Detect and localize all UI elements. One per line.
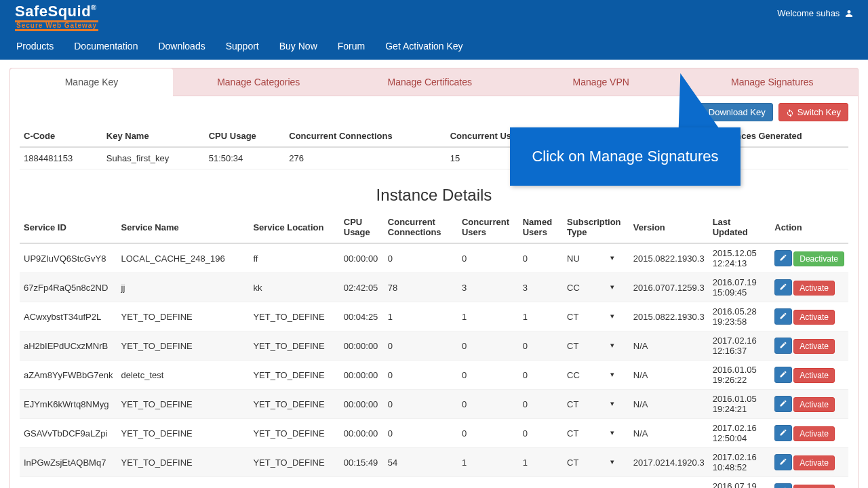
kh-cpu: CPU Usage bbox=[205, 125, 285, 147]
pencil-icon bbox=[779, 370, 787, 380]
instruction-callout: Click on Manage Signatures bbox=[510, 127, 741, 186]
pencil-icon bbox=[779, 428, 787, 439]
pencil-icon bbox=[779, 341, 787, 351]
activate-button[interactable]: Activate bbox=[793, 339, 835, 354]
table-row: GSAVvTbDCF9aLZpiYET_TO_DEFINEYET_TO_DEFI… bbox=[20, 419, 848, 448]
switch-icon bbox=[786, 108, 794, 117]
tab-manage-certificates[interactable]: Manage Certificates bbox=[344, 68, 516, 96]
nav-products[interactable]: Products bbox=[16, 41, 54, 52]
main-nav: Products Documentation Downloads Support… bbox=[15, 31, 853, 60]
table-row: InPGwZsjEtAQBMq7YET_TO_DEFINEYET_TO_DEFI… bbox=[20, 448, 848, 477]
topbar: SafeSquid® Secure Web Gateway Welcome su… bbox=[0, 0, 868, 60]
edit-button[interactable] bbox=[774, 425, 792, 441]
edit-button[interactable] bbox=[774, 338, 792, 354]
nav-documentation[interactable]: Documentation bbox=[74, 41, 138, 52]
subscription-type-dropdown[interactable]: CC bbox=[563, 273, 629, 302]
brand-reg: ® bbox=[91, 3, 97, 12]
pencil-icon bbox=[779, 458, 787, 468]
activate-button[interactable]: Activate bbox=[793, 310, 835, 325]
table-row: aH2bIEPdUCxzMNrBYET_TO_DEFINEYET_TO_DEFI… bbox=[20, 331, 848, 361]
edit-button[interactable] bbox=[774, 308, 792, 325]
activate-button[interactable]: Activate bbox=[793, 281, 835, 296]
brand-subtitle: Secure Web Gateway bbox=[15, 20, 98, 31]
activate-button[interactable]: Activate bbox=[793, 455, 835, 470]
deactivate-button[interactable]: Deactivate bbox=[793, 251, 844, 266]
table-row: JUKI7HLnsaykmh6TYET_TO_DEFINEYET_TO_DEFI… bbox=[20, 477, 848, 489]
table-row: aZAm8YyFWBbG7enkdeletc_testYET_TO_DEFINE… bbox=[20, 361, 848, 390]
pencil-icon bbox=[779, 312, 787, 322]
table-row: 67zFp4RaQ5n8c2NDjjkk02:42:057833CC2016.0… bbox=[20, 273, 848, 302]
activate-button[interactable]: Activate bbox=[793, 397, 835, 412]
subscription-type-dropdown[interactable]: CT bbox=[563, 390, 629, 419]
table-row: UP9ZIuVQ6StcGvY8LOCAL_CACHE_248_196ff00:… bbox=[20, 243, 848, 273]
logo: SafeSquid® Secure Web Gateway bbox=[15, 4, 98, 31]
pencil-icon bbox=[779, 253, 787, 264]
edit-button[interactable] bbox=[774, 279, 792, 296]
activate-button[interactable]: Activate bbox=[793, 426, 835, 441]
table-row: ACwxybstT34ufP2LYET_TO_DEFINEYET_TO_DEFI… bbox=[20, 302, 848, 331]
section-title: Instance Details bbox=[20, 186, 848, 205]
table-row: EJYmK6kWrtq8NMygYET_TO_DEFINEYET_TO_DEFI… bbox=[20, 390, 848, 419]
tab-manage-signatures[interactable]: Manage Signatures bbox=[687, 68, 859, 96]
pencil-icon bbox=[779, 283, 787, 293]
kh-cc: Concurrent Connections bbox=[285, 125, 446, 147]
edit-button[interactable] bbox=[774, 396, 792, 412]
nav-get-activation-key[interactable]: Get Activation Key bbox=[385, 41, 462, 52]
nav-support[interactable]: Support bbox=[226, 41, 259, 52]
instance-table: Service ID Service Name Service Location… bbox=[20, 211, 848, 488]
tab-row: Manage Key Manage Categories Manage Cert… bbox=[10, 68, 858, 96]
tab-manage-categories[interactable]: Manage Categories bbox=[173, 68, 344, 96]
subscription-type-dropdown[interactable]: CT bbox=[563, 477, 629, 489]
subscription-type-dropdown[interactable]: CT bbox=[563, 331, 629, 361]
pencil-icon bbox=[779, 399, 787, 409]
subscription-type-dropdown[interactable]: CT bbox=[563, 448, 629, 477]
switch-key-button[interactable]: Switch Key bbox=[778, 103, 848, 121]
subscription-type-dropdown[interactable]: CT bbox=[563, 419, 629, 448]
edit-button[interactable] bbox=[774, 367, 792, 383]
welcome-user[interactable]: Welcome suhas bbox=[777, 4, 853, 18]
subscription-type-dropdown[interactable]: NU bbox=[563, 243, 629, 273]
edit-button[interactable] bbox=[774, 250, 792, 266]
edit-button[interactable] bbox=[774, 483, 792, 488]
kh-ccode: C-Code bbox=[20, 125, 102, 147]
tab-manage-key[interactable]: Manage Key bbox=[10, 68, 173, 96]
nav-forum[interactable]: Forum bbox=[338, 41, 365, 52]
nav-buy-now[interactable]: Buy Now bbox=[279, 41, 317, 52]
subscription-type-dropdown[interactable]: CT bbox=[563, 302, 629, 331]
brand-title: SafeSquid bbox=[15, 3, 91, 20]
activate-button[interactable]: Activate bbox=[793, 485, 835, 489]
edit-button[interactable] bbox=[774, 454, 792, 470]
kh-keyname: Key Name bbox=[102, 125, 205, 147]
activate-button[interactable]: Activate bbox=[793, 368, 835, 383]
user-icon bbox=[845, 9, 853, 18]
nav-downloads[interactable]: Downloads bbox=[158, 41, 205, 52]
subscription-type-dropdown[interactable]: CC bbox=[563, 361, 629, 390]
